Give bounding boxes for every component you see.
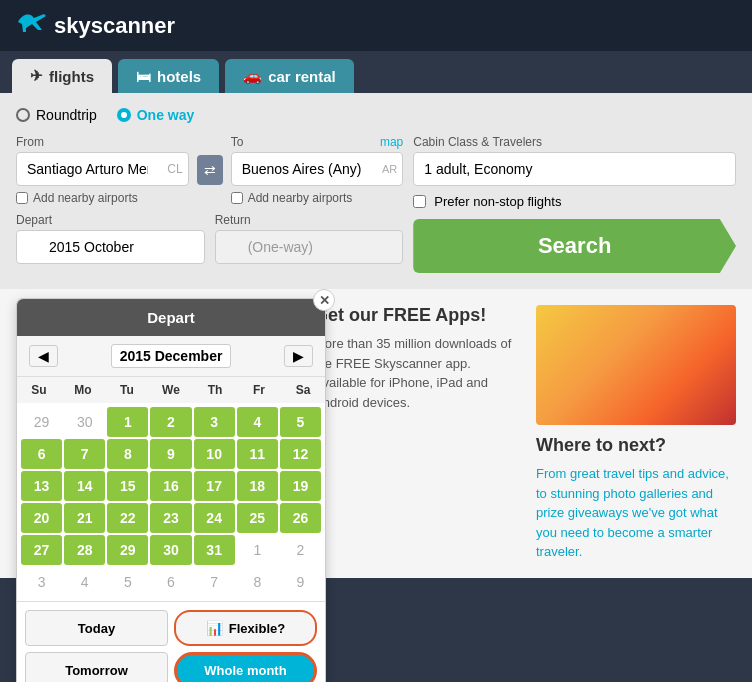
swap-button[interactable]: ⇄ (197, 155, 223, 185)
oneway-option[interactable]: One way (117, 107, 195, 123)
whole-month-btn[interactable]: Whole month (174, 652, 317, 682)
cal-day-10[interactable]: 10 (194, 439, 235, 469)
cal-day-29[interactable]: 29 (107, 535, 148, 565)
cal-day-30[interactable]: 30 (150, 535, 191, 565)
hotels-icon: 🛏 (136, 68, 151, 85)
today-btn[interactable]: Today (25, 610, 168, 646)
cal-month[interactable]: 2015 December (111, 344, 232, 368)
day-sa: Sa (281, 377, 325, 403)
cal-day-21[interactable]: 21 (64, 503, 105, 533)
to-input[interactable] (231, 152, 404, 186)
from-nearby-checkbox[interactable] (16, 192, 28, 204)
return-input[interactable] (215, 230, 404, 264)
map-link[interactable]: map (380, 135, 403, 149)
to-nearby: Add nearby airports (231, 191, 404, 205)
cal-day-16[interactable]: 16 (150, 471, 191, 501)
cal-day-20[interactable]: 20 (21, 503, 62, 533)
depart-label: Depart (16, 213, 205, 227)
cabin-row: Cabin Class & Travelers 1 adult, Economy (413, 135, 736, 186)
depart-group: Depart → (16, 213, 205, 264)
cal-day-17[interactable]: 17 (194, 471, 235, 501)
cal-day-24[interactable]: 24 (194, 503, 235, 533)
tomorrow-btn[interactable]: Tomorrow (25, 652, 168, 682)
cal-day-9-next[interactable]: 9 (280, 567, 321, 597)
cal-day-26[interactable]: 26 (280, 503, 321, 533)
cal-day-7-next[interactable]: 7 (194, 567, 235, 597)
cal-day-11[interactable]: 11 (237, 439, 278, 469)
depart-input[interactable] (16, 230, 205, 264)
cal-day-1[interactable]: 1 (107, 407, 148, 437)
tab-flights[interactable]: ✈ flights (12, 59, 112, 93)
from-to-row: From CL Add nearby airports ⇄ To map (16, 135, 403, 205)
from-to-section: From CL Add nearby airports ⇄ To map (16, 135, 736, 273)
from-input[interactable] (16, 152, 189, 186)
return-label: Return (215, 213, 404, 227)
roundtrip-radio[interactable] (16, 108, 30, 122)
cal-day-15[interactable]: 15 (107, 471, 148, 501)
cal-day-13[interactable]: 13 (21, 471, 62, 501)
cal-day-28[interactable]: 28 (64, 535, 105, 565)
cal-day-6-next[interactable]: 6 (150, 567, 191, 597)
nonstop-row: Prefer non-stop flights (413, 194, 736, 209)
cal-day-5-next[interactable]: 5 (107, 567, 148, 597)
where-desc: From great travel tips and advice, to st… (536, 464, 736, 562)
nonstop-checkbox[interactable] (413, 195, 426, 208)
cal-day-6[interactable]: 6 (21, 439, 62, 469)
from-clear[interactable]: CL (167, 162, 182, 176)
cal-day-12[interactable]: 12 (280, 439, 321, 469)
cal-day-2[interactable]: 2 (150, 407, 191, 437)
cal-day-18[interactable]: 18 (237, 471, 278, 501)
nonstop-label: Prefer non-stop flights (434, 194, 561, 209)
logo: skyscanner (16, 10, 175, 41)
day-we: We (149, 377, 193, 403)
app-promo-desc: More than 35 million downloads of the FR… (314, 334, 520, 412)
cal-day-27[interactable]: 27 (21, 535, 62, 565)
return-wrapper: ← (215, 230, 404, 264)
oneway-radio[interactable] (117, 108, 131, 122)
day-mo: Mo (61, 377, 105, 403)
cal-prev-btn[interactable]: ◀ (29, 345, 58, 367)
to-input-wrapper: AR (231, 152, 404, 186)
cal-day-5[interactable]: 5 (280, 407, 321, 437)
to-label: To (231, 135, 244, 149)
cal-day-23[interactable]: 23 (150, 503, 191, 533)
to-label-row: To map (231, 135, 404, 149)
flexible-label: Flexible? (229, 621, 285, 636)
flexible-btn[interactable]: 📊 Flexible? (174, 610, 317, 646)
flights-icon: ✈ (30, 67, 43, 85)
cal-day-29-prev[interactable]: 29 (21, 407, 62, 437)
trip-type-row: Roundtrip One way (16, 107, 736, 123)
cal-day-3[interactable]: 3 (194, 407, 235, 437)
to-nearby-checkbox[interactable] (231, 192, 243, 204)
cal-day-8[interactable]: 8 (107, 439, 148, 469)
tab-bar: ✈ flights 🛏 hotels 🚗 car rental (0, 51, 752, 93)
logo-icon (16, 10, 48, 41)
cal-day-30-prev[interactable]: 30 (64, 407, 105, 437)
cal-day-22[interactable]: 22 (107, 503, 148, 533)
cal-day-19[interactable]: 19 (280, 471, 321, 501)
cal-day-8-next[interactable]: 8 (237, 567, 278, 597)
cal-day-9[interactable]: 9 (150, 439, 191, 469)
cal-next-btn[interactable]: ▶ (284, 345, 313, 367)
cal-day-3-next[interactable]: 3 (21, 567, 62, 597)
cal-day-2-next[interactable]: 2 (280, 535, 321, 565)
tab-car-rental[interactable]: 🚗 car rental (225, 59, 354, 93)
day-su: Su (17, 377, 61, 403)
calendar-popup: ✕ Depart ◀ 2015 December ▶ Su Mo Tu We T… (16, 298, 326, 682)
roundtrip-option[interactable]: Roundtrip (16, 107, 97, 123)
cabin-select[interactable]: 1 adult, Economy (413, 152, 736, 186)
cal-nav-row: ◀ 2015 December ▶ (17, 336, 325, 377)
search-button[interactable]: Search (413, 219, 736, 273)
calendar-close[interactable]: ✕ (313, 289, 335, 311)
cal-day-4-next[interactable]: 4 (64, 567, 105, 597)
cal-day-25[interactable]: 25 (237, 503, 278, 533)
cal-day-7[interactable]: 7 (64, 439, 105, 469)
cal-day-4[interactable]: 4 (237, 407, 278, 437)
tab-hotels[interactable]: 🛏 hotels (118, 59, 219, 93)
cal-day-14[interactable]: 14 (64, 471, 105, 501)
cal-day-31[interactable]: 31 (194, 535, 235, 565)
cal-buttons: Today 📊 Flexible? Tomorrow Whole month I… (17, 601, 325, 682)
cal-day-1-next[interactable]: 1 (237, 535, 278, 565)
app-promo-title: Get our FREE Apps! (314, 305, 520, 326)
car-icon: 🚗 (243, 67, 262, 85)
